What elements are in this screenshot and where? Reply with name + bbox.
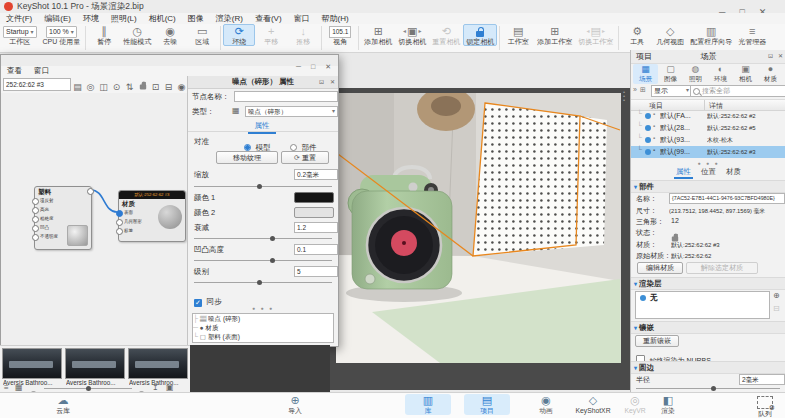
port-diffuse[interactable] [32, 198, 39, 205]
menu-environment[interactable]: 环境 [77, 13, 105, 24]
port-geometry[interactable] [116, 219, 123, 226]
plastic-output-port[interactable] [87, 188, 94, 195]
ribbon-switch-camera[interactable]: ◂▣▸切换相机 [395, 24, 429, 45]
menu-lighting[interactable]: 照明(L) [105, 13, 143, 24]
ribbon-pause[interactable]: ∥暂停 [88, 24, 120, 45]
search-input[interactable]: 搜索全部 [690, 85, 785, 97]
menu-image[interactable]: 图像 [182, 13, 210, 24]
visibility-icon[interactable] [645, 125, 651, 131]
section-part[interactable]: ▾部件 [631, 180, 785, 193]
scene-tree-row[interactable]: └▪ 默认(28...默认:252:62:62 #5 [631, 122, 785, 134]
section-tessellation[interactable]: ▾镶嵌 [631, 321, 785, 334]
tab-environment[interactable]: ◐环境 [708, 64, 733, 84]
upload-icon[interactable]: ↥ [152, 383, 159, 392]
visibility-icon[interactable] [645, 113, 651, 119]
library-thumbnail[interactable] [65, 348, 125, 379]
cpu-usage-dropdown[interactable]: 100 % ▾ [46, 26, 77, 38]
subtab-properties[interactable]: 属性 [674, 167, 693, 179]
section-render-layer[interactable]: ▾渲染层 [631, 277, 785, 290]
graph-menu-window[interactable]: 窗口 [28, 66, 55, 75]
ribbon-lock-camera[interactable]: 锁定相机 [463, 24, 497, 46]
tab-image[interactable]: ▢图像 [658, 64, 683, 84]
color2-swatch[interactable] [294, 207, 334, 218]
panel-splitter[interactable]: ••• [620, 90, 628, 102]
tab-material[interactable]: ●材质 [758, 64, 783, 84]
tree-splitter-dots[interactable]: ● ● ● [631, 160, 785, 166]
menu-render[interactable]: 渲染(R) [210, 13, 249, 24]
material-name-field[interactable]: 252:62:62 #3 [3, 78, 71, 91]
add-render-layer-icon[interactable]: ⊕ [773, 291, 780, 300]
ribbon-configurator-wizard[interactable]: ▥配置程序向导 [687, 24, 735, 45]
visibility-icon[interactable] [645, 137, 651, 143]
animation-button[interactable]: ◉动画 [523, 394, 569, 415]
list-view-icon[interactable]: ≡ [4, 383, 9, 392]
port-label[interactable] [116, 228, 123, 235]
port-specular[interactable] [32, 207, 39, 214]
graph-menu-view[interactable]: 查看 [1, 66, 28, 75]
ribbon-orbit[interactable]: ⟳环绕 [223, 24, 255, 46]
bump-height-input[interactable]: 0.1 [294, 244, 338, 255]
project-button[interactable]: ▤项目 [464, 394, 510, 415]
scene-tree-row[interactable]: └▪ 默认(93...木纹-松木 [631, 134, 785, 146]
subtab-position[interactable]: 位置 [695, 167, 722, 176]
cloud-library-button[interactable]: ☁云库 [40, 394, 86, 415]
render-button[interactable]: ◧渲染 [645, 394, 691, 415]
ribbon-pan[interactable]: +平移 [255, 24, 287, 45]
thumbnail-size-slider[interactable] [44, 388, 132, 389]
section-round-edges[interactable]: ▾圆边 [631, 361, 785, 374]
project-float-icon[interactable]: ⊡ [768, 52, 773, 59]
port-opacity[interactable] [32, 234, 39, 241]
render-pegboard-selected[interactable] [473, 103, 620, 256]
retessellate-button[interactable]: 重新镶嵌 [635, 335, 679, 347]
tab-camera[interactable]: ▣相机 [733, 64, 758, 84]
menu-help[interactable]: 帮助(H) [316, 13, 355, 24]
panel-splitter-dots[interactable]: ● ● ● [188, 305, 338, 311]
library-thumbnail[interactable] [2, 348, 62, 379]
ribbon-region[interactable]: ▭区域 [186, 24, 218, 45]
ribbon-light-manager[interactable]: ≡光管理器 [735, 24, 769, 45]
ribbon-add-camera[interactable]: ⊞添加相机 [361, 24, 395, 45]
ribbon-geometry-view[interactable]: ◇几何视图 [653, 24, 687, 45]
menu-view[interactable]: 查看(V) [249, 13, 288, 24]
level-slider[interactable] [194, 282, 332, 283]
tab-scene[interactable]: ▦场景 [633, 64, 658, 84]
reset-button[interactable]: ⟳ 重置 [281, 151, 329, 164]
node-name-input[interactable] [234, 91, 338, 102]
subtab-material[interactable]: 材质 [724, 167, 743, 176]
port-roughness[interactable] [32, 216, 39, 223]
part-name-input[interactable]: {7AC52-E7B1-44C1-9476-93C7BFD4980E} [669, 193, 785, 204]
falloff-slider[interactable] [194, 238, 332, 239]
filter-icon[interactable]: ⊞ [640, 86, 646, 94]
ribbon-fov[interactable]: 105.1视角 [324, 24, 356, 45]
scene-tree-row[interactable]: └▪ 默认(FA...默认:252:62:62 #2 [631, 110, 785, 122]
bump-slider[interactable] [194, 260, 332, 261]
scale-input[interactable]: 0.2毫米 [294, 169, 338, 180]
library-button[interactable]: ▥库 [405, 394, 451, 415]
plastic-node[interactable]: 塑料 漫反射 高光 粗糙度 凹凸 不透明度 [34, 186, 92, 250]
move-texture-button[interactable]: 移动纹理 [216, 151, 278, 164]
port-bump[interactable] [32, 225, 39, 232]
properties-float-icon[interactable]: ⊡ [319, 78, 324, 85]
grid-view-icon[interactable]: ▦ [15, 383, 23, 392]
type-dropdown[interactable]: 噪点（碎形）▾ [245, 106, 338, 117]
unlink-material-button[interactable]: 解除选定材质 [686, 262, 758, 274]
ribbon-reset-camera[interactable]: ⟲重置相机 [429, 24, 463, 45]
menu-edit[interactable]: 编辑(E) [38, 13, 77, 24]
tab-lighting[interactable]: ◍照明 [683, 64, 708, 84]
import-folder-icon[interactable]: ▣ [166, 383, 174, 392]
ribbon-denoise[interactable]: ◉去噪 [154, 24, 186, 45]
scene-tree-row-selected[interactable]: └▪ 默认(99...默认:252:62:62 #3 [631, 146, 785, 158]
show-dropdown[interactable]: 显示▾ [651, 85, 691, 97]
expand-icon[interactable]: » [633, 86, 637, 93]
ribbon-cpu-usage[interactable]: 100 % ▾ CPU 使用量 [40, 24, 84, 45]
fov-value[interactable]: 105.1 [329, 26, 351, 38]
color1-swatch[interactable] [294, 192, 334, 203]
ribbon-workspace[interactable]: Startup ▾ 工作区 [0, 24, 40, 45]
menu-window[interactable]: 窗口 [288, 13, 316, 24]
graph-window-titlebar[interactable]: ─□✕ [1, 55, 338, 66]
falloff-input[interactable]: 1.2 [294, 222, 338, 233]
ribbon-switch-studio[interactable]: ◂▤▸切换工作室 [575, 24, 616, 45]
menu-camera[interactable]: 相机(C) [143, 13, 182, 24]
level-input[interactable]: 5 [294, 266, 338, 277]
node-canvas[interactable]: 塑料 漫反射 高光 粗糙度 凹凸 不透明度 默认:252:62:62 #3 材质… [1, 93, 187, 345]
